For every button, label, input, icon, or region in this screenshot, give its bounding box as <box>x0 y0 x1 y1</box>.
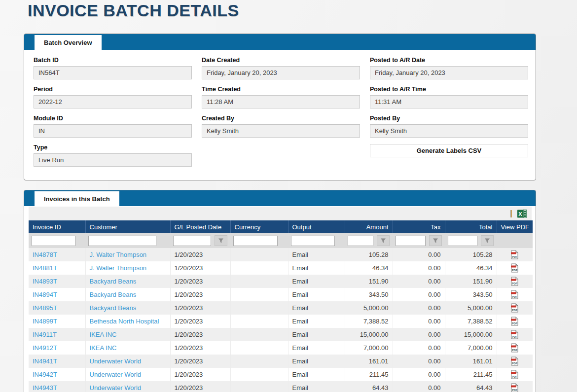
col-header-gl-posted-date[interactable]: G/L Posted Date <box>170 220 230 233</box>
gl-posted-date-cell: 1/20/2023 <box>170 368 230 381</box>
col-header-output[interactable]: Output <box>288 220 345 233</box>
posted-by-field[interactable] <box>370 124 528 138</box>
customer-link[interactable]: Underwater World <box>90 357 142 365</box>
customer-link[interactable]: J. Walter Thompson <box>90 264 147 272</box>
view-pdf-button[interactable]: PDF <box>510 330 519 339</box>
invoice-id-link[interactable]: IN4912T <box>33 344 57 352</box>
tax-cell: 0.00 <box>393 341 445 355</box>
module-id-field[interactable] <box>34 124 192 138</box>
invoice-id-link[interactable]: IN4899T <box>33 318 57 325</box>
time-created-field[interactable] <box>202 95 360 108</box>
created-by-field[interactable] <box>202 124 360 138</box>
filter-funnel-button-tax[interactable] <box>429 235 442 246</box>
invoice-id-cell: IN4895T <box>29 301 85 315</box>
funnel-icon <box>218 238 224 244</box>
customer-link[interactable]: Bethesda North Hospital <box>90 318 159 325</box>
view-pdf-button[interactable]: PDF <box>510 263 519 273</box>
view-pdf-button[interactable]: PDF <box>510 250 519 259</box>
filter-funnel-button-date[interactable] <box>215 235 227 246</box>
view-pdf-button[interactable]: PDF <box>510 277 519 286</box>
generate-labels-csv-button[interactable]: Generate Labels CSV <box>370 144 528 157</box>
customer-cell: Underwater World <box>85 381 170 392</box>
filter-input-tax[interactable] <box>396 236 426 246</box>
table-row: IN4894T Backyard Beans 1/20/2023 Email 3… <box>29 288 533 301</box>
pdf-icon: PDF <box>510 290 519 299</box>
customer-link[interactable]: Underwater World <box>90 371 142 378</box>
filter-input-total[interactable] <box>448 236 477 246</box>
invoice-id-link[interactable]: IN4894T <box>33 291 57 298</box>
filter-input-output[interactable] <box>291 236 335 246</box>
customer-link[interactable]: Backyard Beans <box>90 278 137 285</box>
col-header-invoice-id[interactable]: Invoice ID <box>29 220 85 233</box>
invoice-id-link[interactable]: IN4878T <box>33 251 57 258</box>
view-pdf-button[interactable]: PDF <box>510 290 519 299</box>
table-row: IN4942T Underwater World 1/20/2023 Email… <box>29 368 533 381</box>
output-cell: Email <box>288 328 345 341</box>
svg-text:PDF: PDF <box>512 322 518 325</box>
excel-export-icon[interactable]: X <box>517 210 527 218</box>
invoices-header-bar: Invoices in this Batch <box>24 190 536 206</box>
invoice-id-link[interactable]: IN4895T <box>33 304 57 312</box>
invoice-id-link[interactable]: IN4942T <box>33 371 57 378</box>
view-pdf-cell: PDF <box>497 315 533 328</box>
pdf-icon: PDF <box>510 303 519 313</box>
view-pdf-cell: PDF <box>497 288 533 301</box>
tax-cell: 0.00 <box>393 275 445 288</box>
filter-input-gl-posted-date[interactable] <box>173 236 211 246</box>
customer-cell: IKEA INC <box>85 328 170 341</box>
table-row: IN4899T Bethesda North Hospital 1/20/202… <box>29 315 533 328</box>
field-created-by: Created By <box>202 115 360 138</box>
date-created-field[interactable] <box>202 66 360 79</box>
filter-input-amount[interactable] <box>348 236 373 246</box>
customer-link[interactable]: Backyard Beans <box>90 291 137 298</box>
customer-link[interactable]: IKEA INC <box>90 331 117 338</box>
tab-batch-overview[interactable]: Batch Overview <box>35 35 102 50</box>
currency-cell <box>230 368 288 381</box>
filter-input-invoice-id[interactable] <box>32 236 75 246</box>
total-cell: 5,000.00 <box>445 301 497 315</box>
filter-input-currency[interactable] <box>233 236 278 246</box>
col-header-currency[interactable]: Currency <box>230 220 288 233</box>
funnel-icon <box>380 238 386 244</box>
col-header-amount[interactable]: Amount <box>345 220 393 233</box>
invoice-id-link[interactable]: IN4911T <box>33 331 57 338</box>
invoice-id-link[interactable]: IN4941T <box>33 357 57 365</box>
col-header-customer[interactable]: Customer <box>85 220 170 233</box>
view-pdf-button[interactable]: PDF <box>510 303 519 313</box>
posted-ar-date-label: Posted to A/R Date <box>370 57 528 64</box>
filter-funnel-button-total[interactable] <box>481 235 494 246</box>
col-header-tax[interactable]: Tax <box>393 220 445 233</box>
customer-link[interactable]: J. Walter Thompson <box>90 251 147 258</box>
invoice-id-link[interactable]: IN4893T <box>33 278 57 285</box>
total-cell: 15,000.00 <box>445 328 497 341</box>
view-pdf-button[interactable]: PDF <box>510 356 519 366</box>
filter-input-customer[interactable] <box>88 236 156 246</box>
pdf-icon: PDF <box>510 330 519 339</box>
view-pdf-button[interactable]: PDF <box>510 370 519 379</box>
posted-ar-time-field[interactable] <box>370 95 528 108</box>
svg-text:PDF: PDF <box>512 335 518 338</box>
field-period: Period <box>34 86 192 108</box>
invoices-panel: Invoices in this Batch X <box>24 190 536 392</box>
invoice-id-link[interactable]: IN4943T <box>33 384 57 392</box>
customer-cell: Backyard Beans <box>85 275 170 288</box>
view-pdf-cell: PDF <box>497 328 533 341</box>
tab-invoices-in-batch[interactable]: Invoices in this Batch <box>35 191 119 206</box>
output-cell: Email <box>288 368 345 381</box>
view-pdf-button[interactable]: PDF <box>510 317 519 326</box>
customer-link[interactable]: IKEA INC <box>90 344 117 352</box>
invoice-id-link[interactable]: IN4881T <box>33 264 57 272</box>
posted-ar-date-field[interactable] <box>370 66 528 79</box>
filter-funnel-button-amount[interactable] <box>377 235 390 246</box>
view-pdf-button[interactable]: PDF <box>510 343 519 353</box>
col-header-total[interactable]: Total <box>445 220 497 233</box>
batch-id-field[interactable] <box>34 66 192 79</box>
period-field[interactable] <box>34 95 192 108</box>
customer-link[interactable]: Underwater World <box>90 384 142 392</box>
field-type: Type <box>34 144 192 167</box>
total-cell: 151.90 <box>445 275 497 288</box>
svg-text:PDF: PDF <box>512 375 518 378</box>
customer-link[interactable]: Backyard Beans <box>90 304 137 312</box>
view-pdf-button[interactable]: PDF <box>510 383 519 392</box>
type-field[interactable] <box>34 153 192 167</box>
